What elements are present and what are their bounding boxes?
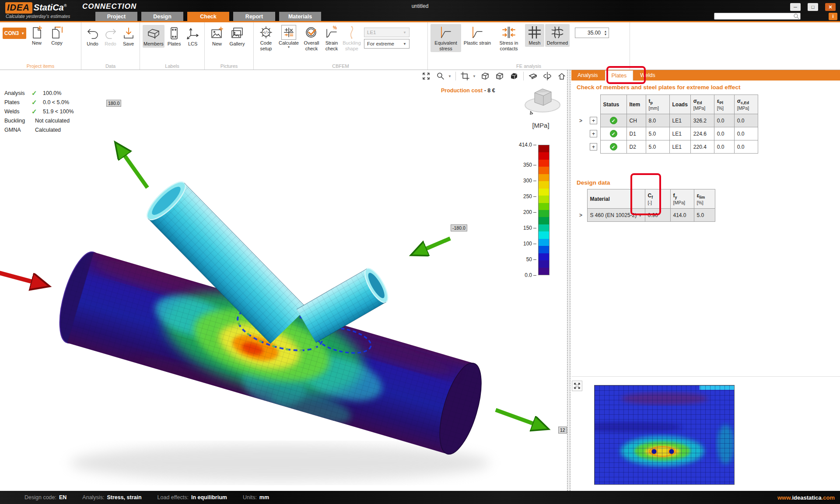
material-select[interactable]: S 460 (EN 10025-2)▼ (587, 209, 645, 222)
expand-preview-button[interactable] (572, 381, 582, 391)
status-ok-icon: ✓ (610, 117, 617, 124)
viewport-toolbar: ▼ ▼ (421, 71, 567, 81)
code-setup-button[interactable]: </> Code setup (256, 24, 276, 52)
deformed-toggle[interactable]: Deformed (545, 24, 570, 47)
production-cost: Production cost - 8 € (441, 88, 495, 94)
website-link[interactable]: www.ideastatica.com (777, 494, 835, 501)
table-row[interactable]: + ✓ D2 5.0 LE1 220.4 0.0 0.0 (577, 140, 758, 154)
copy-project-item-button[interactable]: Copy (47, 24, 66, 47)
chevron-down-icon: ▾ (288, 46, 290, 49)
chevron-down-icon: ▼ (638, 214, 642, 218)
tab-analysis[interactable]: Analysis (571, 70, 604, 80)
chevron-down-icon[interactable]: ▼ (472, 74, 476, 78)
group-pictures: New Gallery Pictures (205, 22, 254, 70)
panel-splitter[interactable] (567, 70, 570, 491)
design-data-heading: Design data (577, 179, 610, 186)
viewport-3d[interactable]: ▼ ▼ Analysis ✓ 100.0% P (0, 70, 569, 491)
scale-value[interactable]: 35.00 (575, 30, 602, 36)
load-label-3: 12 (558, 427, 567, 434)
wireframe-cube-icon (480, 71, 490, 81)
clip-prism-icon (528, 71, 538, 81)
solid-view-button[interactable] (509, 71, 519, 81)
close-button[interactable]: ✕ (825, 3, 836, 11)
home-view-button[interactable] (556, 71, 567, 81)
buckling-shape-button: Buckling shape (342, 24, 361, 52)
table-row[interactable]: > + ✓ CH 8.0 LE1 326.2 0.0 0.0 (577, 114, 758, 127)
save-icon (121, 26, 136, 41)
row-expander[interactable]: > (577, 114, 587, 127)
check-table-header: Status Item tp[mm] Loads σEd[MPa] εPl[%]… (577, 95, 758, 114)
navigation-cube[interactable] (522, 82, 564, 120)
load-arrow-bottom-right (496, 410, 545, 428)
equivalent-stress-icon (438, 25, 453, 40)
deformed-scale-stepper[interactable]: 35.00 ▲▼ (575, 28, 609, 38)
expand-plus-button[interactable]: + (590, 143, 597, 150)
minimize-button[interactable]: ─ (790, 3, 801, 11)
strain-check-button[interactable]: % Strain check (322, 24, 341, 52)
maximize-button[interactable]: □ (808, 3, 818, 11)
fit-view-button[interactable] (421, 71, 431, 81)
info-button[interactable]: i (829, 13, 837, 20)
new-picture-button[interactable]: New (207, 25, 227, 48)
shaded-view-button[interactable] (494, 71, 505, 81)
tab-welds[interactable]: Welds (634, 70, 662, 80)
svg-text:%: % (333, 25, 337, 30)
chevron-down-icon: ▼ (21, 32, 24, 35)
zoom-button[interactable] (435, 71, 446, 81)
search-input[interactable] (714, 14, 793, 19)
mirror-rotate-icon (542, 71, 552, 81)
mirror-view-button[interactable] (542, 71, 553, 81)
status-ok-icon: ✓ (610, 143, 617, 150)
row-expander[interactable]: > (577, 209, 587, 222)
calculate-button[interactable]: Calculate ▾ (276, 24, 301, 49)
statusbar-analysis: Analysis:Stress, strain (82, 494, 141, 500)
zoom-icon (436, 72, 445, 80)
wireframe-view-button[interactable] (480, 71, 490, 81)
svg-text:</>: </> (263, 31, 270, 35)
design-data-table: Material Cf[-] fy[MPa] εlim[%] > S 460 (… (577, 189, 715, 222)
statusbar-design-code: Design code:EN (24, 494, 66, 500)
results-tabs: Analysis Plates Welds (571, 70, 840, 80)
chevron-down-icon: ▼ (403, 31, 406, 35)
copy-icon (49, 25, 64, 40)
clip-view-button[interactable] (528, 71, 538, 81)
mesh-toggle[interactable]: Mesh (525, 24, 544, 47)
equivalent-stress-toggle[interactable]: Equivalent stress (430, 24, 461, 52)
gallery-button[interactable]: Gallery (228, 25, 247, 48)
stress-in-contacts-icon (501, 25, 516, 40)
overall-check-button[interactable]: Overall check (302, 24, 321, 52)
search-box[interactable] (714, 13, 801, 20)
lcs-toggle[interactable]: LCS (184, 25, 202, 48)
table-row[interactable]: + ✓ D1 5.0 LE1 224.6 0.0 0.0 (577, 127, 758, 140)
spin-up-icon[interactable]: ▲ (604, 30, 607, 33)
shaded-cube-icon (495, 71, 504, 81)
tab-report[interactable]: Report (233, 12, 275, 21)
tab-materials[interactable]: Materials (279, 12, 321, 21)
redo-icon (103, 26, 118, 41)
expand-plus-button[interactable]: + (590, 117, 597, 124)
search-icon (793, 13, 799, 19)
stress-in-contacts-toggle[interactable]: Stress in contacts (494, 24, 524, 52)
connection-selector[interactable]: CON3▼ (3, 28, 26, 39)
members-toggle[interactable]: Members (143, 25, 164, 48)
chevron-down-icon[interactable]: ▼ (448, 74, 452, 78)
group-data: Undo Redo Save Data (81, 22, 140, 70)
plates-toggle[interactable]: Plates (165, 25, 183, 48)
plate-stress-preview[interactable] (594, 385, 735, 485)
tab-check[interactable]: Check (187, 12, 229, 21)
plastic-strain-toggle[interactable]: Plastic strain (462, 24, 493, 47)
tab-plates[interactable]: Plates (605, 70, 634, 80)
undo-button[interactable]: Undo (84, 25, 101, 48)
check-icon: ✓ (32, 98, 43, 106)
spin-down-icon[interactable]: ▼ (604, 33, 607, 36)
solid-cube-icon (509, 71, 519, 81)
cbfem-dropdowns: LE1▼ For extreme▼ (364, 28, 410, 49)
extreme-dropdown[interactable]: For extreme▼ (364, 39, 410, 49)
new-project-item-button[interactable]: New (27, 24, 46, 47)
tab-project[interactable]: Project (95, 12, 137, 21)
save-button[interactable]: Save (120, 25, 137, 48)
crop-view-button[interactable] (460, 71, 470, 81)
expand-plus-button[interactable]: + (590, 130, 597, 137)
table-row[interactable]: > S 460 (EN 10025-2)▼ 0.90 414.0 5.0 (577, 209, 715, 222)
tab-design[interactable]: Design (141, 12, 183, 21)
